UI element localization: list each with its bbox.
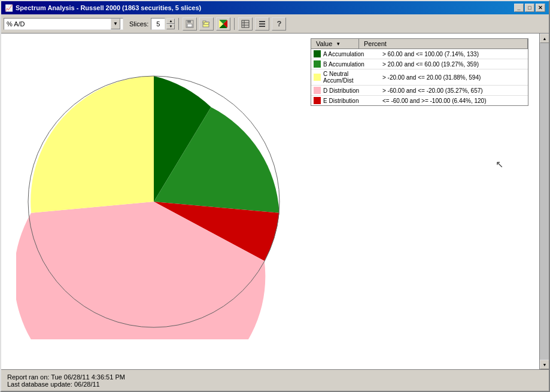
table-icon: [241, 20, 250, 28]
open-icon: [202, 20, 211, 28]
svg-rect-5: [242, 20, 249, 28]
minimize-button[interactable]: _: [514, 4, 524, 12]
title-bar-buttons: _ □ ✕: [514, 4, 545, 12]
toolbar-separator-2: [234, 18, 235, 30]
legend-color-a: [314, 50, 321, 57]
toolbar-separator-1: [178, 18, 179, 30]
legend-name-a: A Accumulation: [323, 51, 380, 57]
legend-value-e: <= -60.00 and >= -100.00 (6.44%, 120): [382, 98, 525, 104]
legend-value-a: > 60.00 and <= 100.00 (7.14%, 133): [382, 51, 525, 57]
list-icon: [258, 20, 266, 28]
toolbar: % A/D ▼ Slices: 5 ▲ ▼: [1, 14, 549, 34]
chart-area: [1, 34, 306, 369]
slices-up[interactable]: ▲: [166, 19, 175, 24]
legend-row-3: D Distribution > -60.00 and <= -20.00 (3…: [311, 86, 528, 96]
chart-cursor-area: ↖: [306, 111, 539, 369]
sort-icon[interactable]: ▼: [336, 41, 341, 47]
legend-value-label: Value: [316, 40, 332, 47]
legend-row-2: C Neutral Accum/Dist > -20.00 and <= 20.…: [311, 69, 528, 86]
maximize-button[interactable]: □: [525, 4, 534, 12]
app-icon: 📈: [5, 4, 13, 12]
pie-svg: [16, 64, 291, 339]
legend-row-0: A Accumulation > 60.00 and <= 100.00 (7.…: [311, 49, 528, 59]
indicator-dropdown[interactable]: % A/D ▼: [4, 18, 123, 30]
title-bar: 📈 Spectrum Analysis - Russell 2000 (1863…: [1, 1, 549, 14]
dropdown-value: % A/D: [7, 20, 111, 28]
legend-panel: Value ▼ Percent A Accumulation > 60.00 a…: [306, 34, 533, 111]
save-icon: [186, 20, 194, 28]
help-button[interactable]: ?: [272, 17, 286, 31]
save-button[interactable]: [183, 17, 197, 31]
legend-color-c: [314, 74, 321, 81]
scrollbar: ▲ ▼: [539, 34, 549, 369]
legend-name-b: B Accumulation: [323, 61, 380, 68]
chart-button[interactable]: [216, 17, 230, 31]
legend-row-1: B Accumulation > 20.00 and <= 60.00 (19.…: [311, 59, 528, 69]
legend-color-e: [314, 97, 321, 104]
slice-c: [31, 76, 154, 213]
scroll-down-button[interactable]: ▼: [540, 360, 549, 369]
legend-color-d: [314, 87, 321, 94]
slices-input: 5 ▲ ▼: [151, 18, 175, 30]
open-button[interactable]: [199, 17, 214, 31]
status-bar: Report ran on: Tue 06/28/11 4:36:51 PM L…: [1, 369, 549, 391]
chart-icon: [219, 20, 227, 28]
title-bar-left: 📈 Spectrum Analysis - Russell 2000 (1863…: [5, 4, 201, 12]
status-line1: Report ran on: Tue 06/28/11 4:36:51 PM: [7, 373, 543, 381]
pie-chart: [16, 64, 291, 339]
legend-rows: A Accumulation > 60.00 and <= 100.00 (7.…: [311, 48, 528, 106]
right-panel: Value ▼ Percent A Accumulation > 60.00 a…: [306, 34, 539, 369]
main-window: 📈 Spectrum Analysis - Russell 2000 (1863…: [0, 0, 550, 392]
legend-row-4: E Distribution <= -60.00 and >= -100.00 …: [311, 96, 528, 105]
scroll-up-button[interactable]: ▲: [540, 34, 549, 43]
main-content: Value ▼ Percent A Accumulation > 60.00 a…: [1, 34, 549, 369]
legend-col-value: Value ▼: [311, 39, 359, 48]
cursor-icon: ↖: [496, 159, 503, 170]
legend-value-c: > -20.00 and <= 20.00 (31.88%, 594): [382, 74, 525, 81]
dropdown-arrow[interactable]: ▼: [111, 19, 120, 29]
legend-name-e: E Distribution: [323, 98, 380, 104]
slices-spinner: ▲ ▼: [166, 19, 175, 29]
slices-value[interactable]: 5: [151, 18, 165, 30]
help-icon: ?: [276, 19, 281, 28]
window-title: Spectrum Analysis - Russell 2000 (1863 s…: [16, 4, 201, 11]
legend-col-percent: Percent: [359, 39, 528, 48]
status-line2: Last database update: 06/28/11: [7, 381, 543, 388]
scroll-track[interactable]: [540, 43, 549, 360]
legend-name-d: D Distribution: [323, 87, 380, 94]
legend-name-c: C Neutral Accum/Dist: [323, 71, 380, 84]
legend-value-d: > -60.00 and <= -20.00 (35.27%, 657): [382, 87, 525, 94]
legend-header: Value ▼ Percent: [311, 38, 528, 48]
svg-rect-2: [187, 24, 192, 27]
legend-color-b: [314, 60, 321, 68]
legend-percent-label: Percent: [364, 40, 387, 47]
svg-rect-1: [187, 20, 191, 23]
slices-label: Slices:: [129, 20, 148, 28]
list-button[interactable]: [255, 17, 269, 31]
slices-down[interactable]: ▼: [166, 24, 175, 29]
table-button[interactable]: [238, 17, 253, 31]
legend-value-b: > 20.00 and <= 60.00 (19.27%, 359): [382, 61, 525, 68]
close-button[interactable]: ✕: [536, 4, 545, 12]
